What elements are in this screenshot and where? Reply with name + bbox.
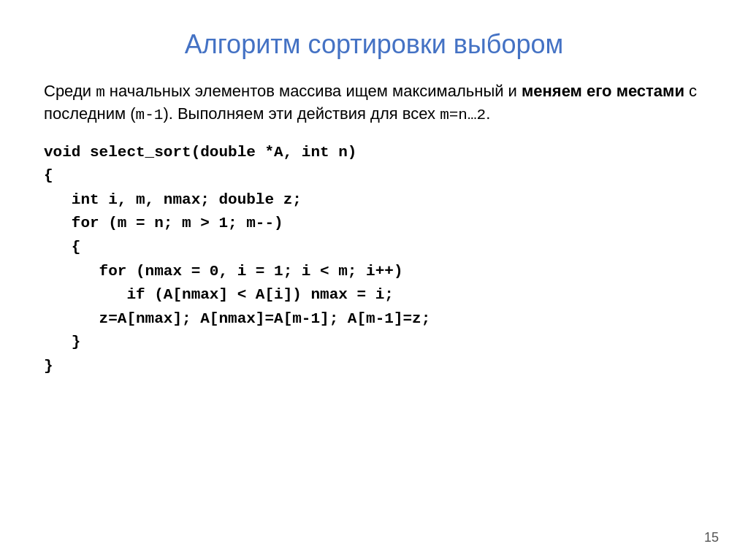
code-line-5: {	[44, 236, 704, 260]
code-line-4: for (m = n; m > 1; m--)	[44, 212, 704, 236]
code-line-8: z=A[nmax]; A[nmax]=A[m-1]; A[m-1]=z;	[44, 307, 704, 331]
code-line-6: for (nmax = 0, i = 1; i < m; i++)	[44, 260, 704, 284]
code-line-9: }	[44, 331, 704, 355]
slide: Алгоритм сортировки выбором Среди m нача…	[0, 0, 748, 560]
page-number: 15	[704, 530, 719, 545]
code-line-7: if (A[nmax] < A[i]) nmax = i;	[44, 283, 704, 307]
slide-title: Алгоритм сортировки выбором	[44, 29, 704, 60]
inline-code-mn: m=n…2	[440, 107, 486, 123]
inline-code-m: m	[96, 84, 105, 101]
description-text: Среди m начальных элементов массива ищем…	[44, 80, 704, 126]
code-line-10: }	[44, 355, 704, 379]
code-line-1: void select_sort(double *A, int n)	[44, 141, 704, 165]
code-line-2: {	[44, 164, 704, 188]
bold-text: меняем его местами	[522, 82, 684, 100]
code-line-3: int i, m, nmax; double z;	[44, 188, 704, 212]
code-block: void select_sort(double *A, int n) { int…	[44, 141, 704, 378]
inline-code-m1: m-1	[136, 107, 164, 123]
